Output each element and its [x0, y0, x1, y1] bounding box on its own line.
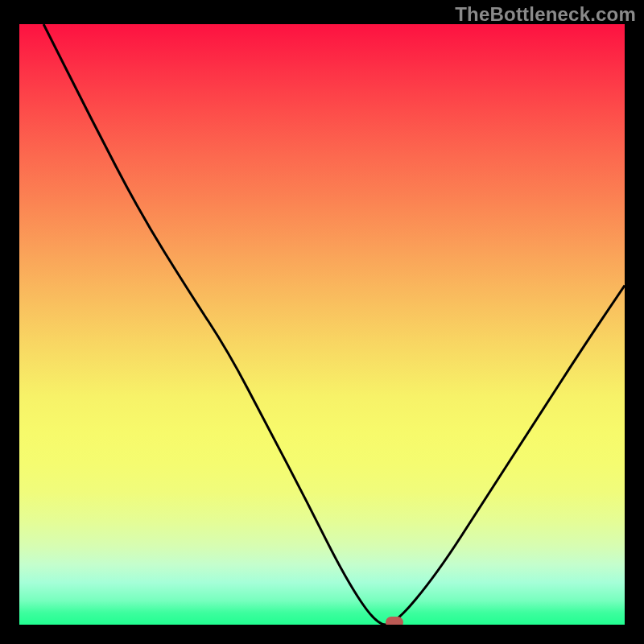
watermark-text: TheBottleneck.com: [455, 3, 636, 26]
optimal-point-marker: [386, 617, 403, 625]
chart-frame: TheBottleneck.com: [0, 0, 644, 644]
plot-area: [19, 24, 625, 625]
bottleneck-curve: [19, 24, 625, 625]
curve-path: [43, 24, 625, 625]
